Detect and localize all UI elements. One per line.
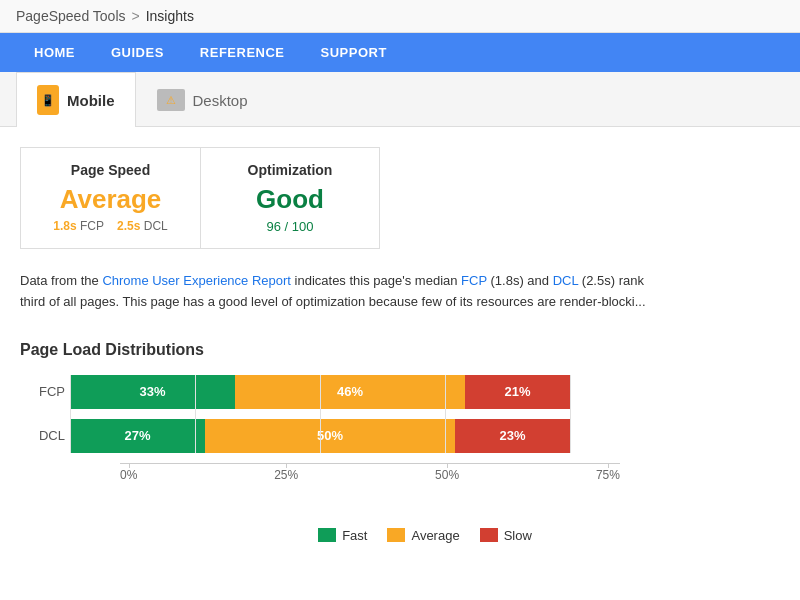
legend-slow-color: [480, 528, 498, 542]
fcp-bar-row: FCP 33% 46% 21%: [70, 375, 780, 409]
nav-home[interactable]: HOME: [16, 33, 93, 72]
dcl-slow-seg: 23%: [455, 419, 570, 453]
mobile-icon: 📱: [37, 85, 59, 115]
dcl-bar-row: DCL 27% 50% 23%: [70, 419, 780, 453]
chart-section: Page Load Distributions FCP 33% 46% 21% …: [0, 325, 800, 559]
dcl-bar-track: 27% 50% 23%: [70, 419, 570, 453]
optimization-score: 96 / 100: [231, 219, 349, 234]
desc-suffix: rank: [615, 273, 644, 288]
page-speed-title: Page Speed: [51, 162, 170, 178]
desc-intro: Data from the: [20, 273, 102, 288]
fcp-avg-seg: 46%: [235, 375, 465, 409]
legend-fast-color: [318, 528, 336, 542]
desc-dcl-label: DCL: [553, 273, 579, 288]
x-axis: 0% 25% 50% 75%: [120, 463, 620, 482]
legend-slow: Slow: [480, 528, 532, 543]
dcl-fast-seg: 27%: [70, 419, 205, 453]
nav-support[interactable]: SUPPORT: [303, 33, 405, 72]
score-max: 100: [292, 219, 314, 234]
nav-reference[interactable]: REFERENCE: [182, 33, 303, 72]
desc-middle: indicates this page's median: [291, 273, 461, 288]
fcp-bar-label: FCP: [20, 375, 65, 409]
page-speed-sub: 1.8s FCP 2.5s DCL: [51, 219, 170, 233]
breadcrumb-parent[interactable]: PageSpeed Tools: [16, 8, 126, 24]
chrome-report-link[interactable]: Chrome User Experience Report: [102, 273, 291, 288]
description: Data from the Chrome User Experience Rep…: [0, 259, 780, 325]
bar-chart: FCP 33% 46% 21% DCL 27% 50% 23% 0% 25% 5…: [20, 375, 780, 512]
fcp-fast-seg: 33%: [70, 375, 235, 409]
tab-desktop-label: Desktop: [193, 92, 248, 109]
score-sep: /: [285, 219, 292, 234]
fcp-bar-track: 33% 46% 21%: [70, 375, 570, 409]
breadcrumb-current: Insights: [146, 8, 194, 24]
tab-mobile-label: Mobile: [67, 92, 115, 109]
x-tick-75: 75%: [596, 468, 620, 482]
x-tick-25: 25%: [274, 468, 298, 482]
optimization-title: Optimization: [231, 162, 349, 178]
desc-and: and: [524, 273, 553, 288]
chart-title: Page Load Distributions: [20, 341, 780, 359]
dcl-avg-seg: 50%: [205, 419, 455, 453]
x-tick-0: 0%: [120, 468, 137, 482]
tab-mobile[interactable]: 📱 Mobile: [16, 72, 136, 127]
breadcrumb: PageSpeed Tools > Insights: [0, 0, 800, 33]
page-speed-card: Page Speed Average 1.8s FCP 2.5s DCL: [20, 147, 200, 249]
optimization-card: Optimization Good 96 / 100: [200, 147, 380, 249]
dcl-bar-label: DCL: [20, 419, 65, 453]
legend-average-label: Average: [411, 528, 459, 543]
chart-legend: Fast Average Slow: [70, 528, 780, 543]
tab-desktop[interactable]: Desktop: [136, 72, 269, 127]
legend-average-color: [387, 528, 405, 542]
fcp-slow-seg: 21%: [465, 375, 570, 409]
dcl-label: DCL: [144, 219, 168, 233]
desktop-icon: [157, 89, 185, 111]
dcl-value: 2.5s: [117, 219, 140, 233]
breadcrumb-separator: >: [132, 8, 140, 24]
navbar: HOME GUIDES REFERENCE SUPPORT: [0, 33, 800, 72]
desc-fcp-label: FCP: [461, 273, 487, 288]
fcp-label: FCP: [80, 219, 104, 233]
score-number: 96: [266, 219, 280, 234]
legend-average: Average: [387, 528, 459, 543]
legend-fast: Fast: [318, 528, 367, 543]
desc-dcl-value: (2.5s): [582, 273, 615, 288]
fcp-value: 1.8s: [53, 219, 76, 233]
tabs-container: 📱 Mobile Desktop: [0, 72, 800, 127]
legend-fast-label: Fast: [342, 528, 367, 543]
optimization-value: Good: [231, 184, 349, 215]
nav-guides[interactable]: GUIDES: [93, 33, 182, 72]
desc-line2: third of all pages. This page has a good…: [20, 294, 646, 309]
x-tick-50: 50%: [435, 468, 459, 482]
page-speed-value: Average: [51, 184, 170, 215]
metrics-container: Page Speed Average 1.8s FCP 2.5s DCL Opt…: [0, 127, 800, 259]
legend-slow-label: Slow: [504, 528, 532, 543]
desc-fcp-value: (1.8s): [490, 273, 523, 288]
